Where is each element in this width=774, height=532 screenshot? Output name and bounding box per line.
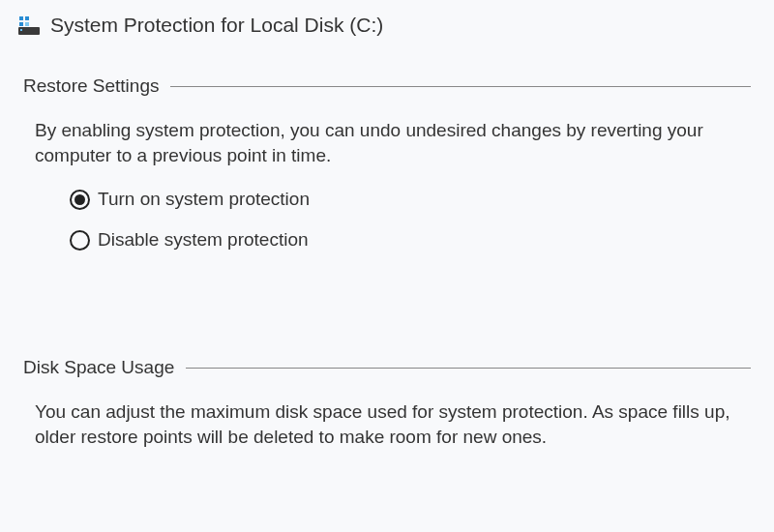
radio-button-icon: [70, 230, 90, 251]
disk-usage-heading: Disk Space Usage: [23, 357, 174, 378]
radio-button-icon: [70, 190, 90, 210]
group-header: Restore Settings: [23, 75, 751, 97]
disk-usage-description: You can adjust the maximum disk space us…: [23, 399, 751, 449]
svg-rect-4: [19, 22, 23, 26]
radio-label: Disable system protection: [98, 229, 309, 251]
disk-protection-icon: [17, 14, 41, 37]
window-title: System Protection for Local Disk (C:): [50, 14, 383, 37]
disk-space-usage-group: Disk Space Usage You can adjust the maxi…: [23, 357, 751, 449]
svg-rect-1: [20, 29, 22, 31]
radio-turn-on-protection[interactable]: Turn on system protection: [70, 189, 751, 210]
restore-settings-heading: Restore Settings: [23, 75, 159, 97]
protection-radio-group: Turn on system protection Disable system…: [23, 189, 751, 251]
svg-rect-5: [25, 22, 29, 26]
svg-rect-2: [19, 16, 23, 20]
radio-label: Turn on system protection: [98, 189, 310, 210]
content-area: Restore Settings By enabling system prot…: [0, 48, 774, 450]
divider: [170, 86, 751, 87]
system-protection-dialog: System Protection for Local Disk (C:) Re…: [0, 0, 774, 532]
restore-settings-group: Restore Settings By enabling system prot…: [23, 75, 751, 251]
titlebar: System Protection for Local Disk (C:): [0, 0, 774, 48]
divider: [186, 368, 751, 369]
group-header: Disk Space Usage: [23, 357, 751, 378]
svg-rect-3: [25, 16, 29, 20]
restore-settings-description: By enabling system protection, you can u…: [23, 118, 751, 167]
radio-disable-protection[interactable]: Disable system protection: [70, 229, 751, 251]
